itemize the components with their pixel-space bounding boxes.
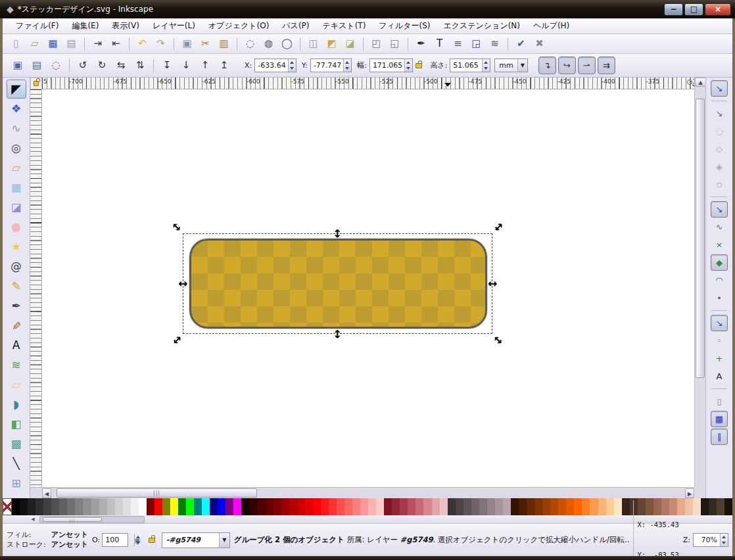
snap-intersections-toggle[interactable]: × [711, 237, 728, 253]
palette-swatch[interactable] [147, 498, 154, 515]
palette-swatch[interactable] [131, 498, 139, 515]
menu-item[interactable]: エクステンション(N) [437, 18, 527, 34]
input-devices-button[interactable]: ✖ [531, 35, 548, 52]
rotate-ccw-button[interactable]: ↺ [74, 57, 91, 74]
snap-bbox-edges-toggle[interactable]: ◌ [711, 123, 728, 139]
menu-item[interactable]: レイヤー(L) [146, 18, 202, 34]
maximize-button[interactable]: □ [684, 3, 703, 16]
height-spinner-arrows[interactable] [482, 59, 490, 72]
tweak-tool[interactable]: ∿ [7, 119, 26, 138]
snap-page-border-toggle[interactable]: ▯ [711, 393, 728, 409]
menu-item[interactable]: 表示(V) [105, 18, 146, 34]
palette-swatch[interactable] [289, 498, 297, 515]
group-button[interactable]: ◰ [368, 35, 385, 52]
close-button[interactable]: × [705, 3, 731, 16]
redo-button[interactable]: ↷ [153, 35, 169, 52]
layers-dialog-button[interactable]: ≡ [450, 35, 466, 52]
palette-swatch[interactable] [479, 498, 487, 515]
palette-swatch[interactable] [194, 498, 202, 515]
spiral-tool[interactable]: @ [7, 257, 26, 276]
title-bar[interactable]: ◆ *ステッカーデザイン.svg - Inkscape − □ × [0, 0, 735, 18]
preferences-button[interactable]: ✔ [513, 35, 529, 52]
zoom-tool[interactable]: ◎ [7, 139, 26, 158]
palette-swatch[interactable] [162, 498, 170, 515]
scale-handle-left[interactable]: ↔ [176, 276, 190, 291]
palette-swatch[interactable] [107, 498, 115, 515]
minimize-button[interactable]: − [664, 3, 683, 16]
save-button[interactable]: ▦ [45, 35, 61, 52]
palette-swatch[interactable] [432, 498, 440, 515]
palette-swatch[interactable] [28, 498, 36, 515]
undo-button[interactable]: ↶ [134, 35, 151, 52]
palette-swatch[interactable] [51, 498, 59, 515]
snap-paths-toggle[interactable]: ∿ [711, 219, 728, 235]
ruler-corner-lock[interactable] [30, 78, 42, 89]
palette-swatch[interactable] [456, 498, 463, 515]
fill-stroke-dialog-button[interactable]: ✒ [413, 35, 429, 52]
affect-corners-toggle[interactable]: ↪ [558, 57, 576, 74]
scale-handle-right[interactable]: ↔ [485, 276, 500, 291]
y-spinner-arrows[interactable] [343, 59, 351, 72]
palette-swatch[interactable] [218, 498, 225, 515]
palette-swatch[interactable] [582, 498, 590, 515]
palette-scrollbar[interactable]: ◀ ||| [3, 515, 732, 524]
snap-bbox-edge-midpoints-toggle[interactable]: ◈ [711, 158, 728, 175]
x-spinner-arrows[interactable] [288, 59, 296, 72]
palette-swatch[interactable] [20, 498, 28, 515]
new-document-button[interactable]: ▯ [8, 35, 24, 52]
palette-swatch[interactable] [360, 498, 368, 515]
menu-item[interactable]: 編集(E) [65, 18, 105, 34]
palette-swatch[interactable] [423, 498, 431, 515]
palette-swatch[interactable] [313, 498, 321, 515]
palette-swatch[interactable] [622, 498, 630, 515]
mesh-tool[interactable]: ▩ [7, 434, 26, 454]
pen-tool[interactable]: ✒ [7, 296, 26, 315]
copy-button[interactable]: ▣ [179, 35, 195, 52]
scroll-up-icon[interactable]: ▲ [695, 78, 706, 87]
palette-scrollbar-thumb[interactable]: ||| [43, 517, 102, 522]
palette-swatch[interactable] [186, 498, 194, 515]
palette-swatch-none[interactable] [3, 498, 12, 515]
palette-swatch[interactable] [558, 498, 566, 515]
palette-swatch[interactable] [83, 498, 91, 515]
selected-object[interactable] [189, 239, 487, 329]
scale-handle-top[interactable]: ↔ [331, 226, 345, 241]
pencil-tool[interactable]: ✎ [7, 277, 26, 296]
text-dialog-button[interactable]: T [431, 35, 448, 52]
affect-stroke-toggle[interactable]: ↴ [538, 57, 556, 74]
palette-swatch[interactable] [139, 498, 147, 515]
palette-swatch[interactable] [59, 498, 67, 515]
palette-swatch[interactable] [36, 498, 43, 515]
palette-swatch[interactable] [701, 498, 709, 515]
palette-swatch[interactable] [91, 498, 99, 515]
palette-swatch[interactable] [440, 498, 448, 515]
palette-swatch[interactable] [225, 498, 233, 515]
palette-swatch[interactable] [709, 498, 717, 515]
palette-swatch[interactable] [574, 498, 582, 515]
palette-swatch[interactable] [178, 498, 186, 515]
palette-swatch[interactable] [281, 498, 289, 515]
palette-swatch[interactable] [352, 498, 360, 515]
unit-select[interactable]: mm ▼ [494, 58, 527, 72]
connector-tool[interactable]: ⊞ [7, 474, 26, 493]
palette-swatch[interactable] [75, 498, 83, 515]
dropper-tool[interactable]: ╲ [7, 454, 26, 473]
palette-swatch[interactable] [606, 498, 614, 515]
flip-vertical-button[interactable]: ⇅ [131, 57, 149, 74]
measure-tool[interactable]: ▱ [7, 158, 26, 177]
palette-swatch[interactable] [527, 498, 534, 515]
snap-guides-toggle[interactable]: ∥ [711, 429, 728, 445]
vertical-ruler[interactable] [30, 89, 42, 487]
horizontal-scrollbar-thumb[interactable]: ||| [57, 488, 257, 498]
palette-swatch[interactable] [115, 498, 123, 515]
palette-swatch[interactable] [329, 498, 337, 515]
palette-swatch[interactable] [685, 498, 693, 515]
palette-swatch[interactable] [511, 498, 519, 515]
vertical-scrollbar-thumb[interactable] [696, 99, 705, 378]
palette-swatch[interactable] [487, 498, 495, 515]
palette-swatch[interactable] [344, 498, 352, 515]
open-document-button[interactable]: ▱ [26, 35, 43, 52]
snap-object-centers-toggle[interactable]: ◦ [711, 333, 728, 349]
select-all-layers-button[interactable]: ▤ [28, 57, 45, 74]
snap-bbox-toggle[interactable]: ↘ [711, 105, 728, 122]
